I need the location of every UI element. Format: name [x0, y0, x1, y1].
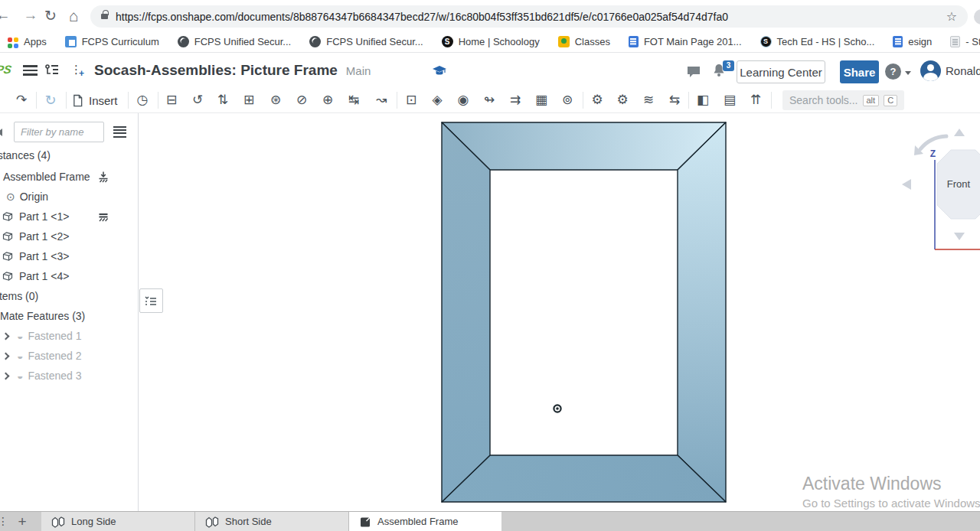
part-icon: [2, 210, 14, 223]
mate-features-section-header[interactable]: Mate Features (3): [0, 306, 139, 326]
items-section-header[interactable]: Items (0): [0, 286, 139, 306]
instances-section-header[interactable]: Instances (4): [0, 145, 139, 165]
expand-chevron-icon[interactable]: [2, 352, 10, 360]
tab-long-side[interactable]: Long Side: [41, 512, 195, 531]
tree-item-fastened-2[interactable]: ◒ Fastened 2: [0, 346, 139, 366]
expand-chevron-icon[interactable]: [2, 372, 10, 380]
url-input[interactable]: [116, 11, 940, 23]
tree-item-label: Fastened 1: [28, 330, 81, 342]
tree-item-part1-1[interactable]: Part 1 <1>: [0, 207, 139, 226]
gear-relation-icon[interactable]: ⚙: [588, 88, 606, 112]
tree-item-fastened-3[interactable]: ◒ Fastened 3: [0, 366, 139, 386]
bookmark-esign[interactable]: esign: [893, 36, 932, 47]
replicate-icon[interactable]: ↬: [480, 88, 498, 112]
update-icon[interactable]: ↻: [41, 88, 60, 112]
select-part-icon[interactable]: ◉: [454, 88, 472, 112]
tree-item-part1-2[interactable]: Part 1 <2>: [0, 226, 139, 246]
roll-view-arrow[interactable]: [920, 136, 946, 149]
panel-collapse-icon[interactable]: [0, 129, 2, 136]
browser-profile-icon[interactable]: [974, 9, 980, 24]
browser-forward-icon[interactable]: →: [21, 7, 40, 24]
part-icon: [2, 270, 14, 282]
assembly-origin-marker[interactable]: [554, 405, 560, 412]
panel-collapse-tab[interactable]: [139, 288, 163, 313]
tangent-mate-icon[interactable]: ↝: [372, 88, 390, 112]
search-tools[interactable]: Search tools... alt C: [782, 90, 904, 110]
bookmark-fcps-unified-1[interactable]: FCPS Unified Secur...: [178, 36, 291, 47]
3d-viewport[interactable]: Front Z: [139, 113, 980, 511]
divider: [397, 92, 397, 109]
workspace-name[interactable]: Main: [346, 64, 371, 77]
create-new-icon[interactable]: ⋮+: [70, 63, 83, 78]
ball-mate-icon[interactable]: ⊛: [266, 88, 285, 112]
frame-left-rail[interactable]: [442, 122, 490, 502]
frame-top-rail[interactable]: [442, 122, 726, 170]
tree-item-part1-3[interactable]: Part 1 <3>: [0, 246, 139, 266]
tree-item-label: Fastened 3: [28, 370, 81, 382]
address-bar[interactable]: ☆: [90, 5, 968, 28]
tab-assembled-frame[interactable]: Assembled Frame: [349, 512, 501, 531]
add-tab-button[interactable]: +: [6, 512, 38, 531]
rack-pinion-icon[interactable]: ⚙: [613, 88, 632, 112]
bookmark-fcps-curriculum[interactable]: FCPS Curriculum: [65, 36, 159, 47]
planar-mate-icon[interactable]: ⊞: [240, 88, 258, 112]
group-icon[interactable]: ⊡: [402, 88, 420, 112]
browser-back-icon[interactable]: ←: [0, 7, 12, 24]
tree-item-origin[interactable]: ⊙ Origin: [0, 187, 139, 207]
main-menu-icon[interactable]: [23, 65, 38, 76]
picture-frame-model[interactable]: [442, 122, 726, 502]
linear-pattern-icon[interactable]: ▦: [532, 88, 550, 112]
browser-home-icon[interactable]: ⌂: [64, 7, 83, 25]
expand-chevron-icon[interactable]: [2, 332, 10, 340]
rotate-down-arrow[interactable]: [954, 233, 965, 240]
bookmark-schoology-home[interactable]: S Home | Schoology: [442, 36, 540, 47]
help-dropdown-caret[interactable]: [905, 71, 911, 75]
circular-pattern-icon[interactable]: ⊚: [558, 88, 577, 112]
parallel-mate-icon[interactable]: ↹: [345, 88, 363, 112]
tree-item-fastened-1[interactable]: ◒ Fastened 1: [0, 326, 139, 346]
bookmark-star-icon[interactable]: ☆: [946, 9, 957, 24]
slider-mate-icon[interactable]: ⇅: [214, 88, 232, 112]
section-view-icon[interactable]: ◧: [694, 88, 712, 112]
rotate-up-arrow[interactable]: [954, 129, 965, 136]
learning-graduation-cap-icon[interactable]: [432, 65, 447, 77]
revolute-mate-icon[interactable]: ↺: [188, 88, 207, 112]
bookmark-classes[interactable]: Classes: [558, 36, 610, 47]
fastened-mate-icon[interactable]: ⊟: [162, 88, 181, 112]
share-button[interactable]: Share: [840, 60, 879, 83]
browser-reload-icon[interactable]: ↻: [41, 7, 60, 24]
bookmark-label: FCPS Unified Secur...: [194, 36, 291, 47]
bookmark-apps[interactable]: Apps: [8, 36, 47, 47]
redo-icon[interactable]: ↷: [12, 88, 31, 112]
cylindrical-mate-icon[interactable]: ⊘: [292, 88, 311, 112]
part-icon: [2, 250, 14, 262]
comments-icon[interactable]: [686, 65, 701, 79]
toggle-relation-icon[interactable]: ⇆: [665, 88, 684, 112]
pattern-icon[interactable]: ⇉: [506, 88, 524, 112]
tree-item-assembled-frame[interactable]: Assembled Frame: [0, 167, 139, 187]
mate-connector-icon[interactable]: ◈: [428, 88, 446, 112]
view-cube: Front Z: [902, 129, 980, 249]
frame-bottom-rail[interactable]: [442, 455, 726, 502]
list-view-icon[interactable]: [113, 126, 126, 138]
rotate-left-arrow[interactable]: [902, 179, 911, 190]
tab-short-side[interactable]: Short Side: [195, 512, 349, 531]
help-icon[interactable]: ?: [885, 64, 901, 80]
insert-button[interactable]: Insert: [72, 88, 118, 112]
pin-slot-mate-icon[interactable]: ⊕: [318, 88, 337, 112]
exploded-view-icon[interactable]: ⇈: [746, 88, 765, 112]
bookmark-fot-main-page[interactable]: FOT Main Page 201...: [629, 36, 742, 47]
belt-relation-icon[interactable]: ≋: [639, 88, 658, 112]
user-avatar[interactable]: [920, 60, 941, 81]
view-cube-front-label[interactable]: Front: [947, 178, 971, 190]
frame-right-rail[interactable]: [678, 122, 726, 502]
tree-item-part1-4[interactable]: Part 1 <4>: [0, 266, 139, 286]
bookmark-student-request[interactable]: - Student Request: [950, 36, 980, 47]
bookmark-tech-ed[interactable]: S Tech Ed - HS | Scho...: [760, 36, 875, 47]
bom-icon[interactable]: ▤: [720, 88, 739, 112]
filter-input[interactable]: [14, 122, 104, 142]
versions-icon[interactable]: [44, 63, 60, 77]
history-icon[interactable]: ◷: [133, 88, 152, 112]
learning-center-button[interactable]: Learning Center: [737, 60, 825, 83]
bookmark-fcps-unified-2[interactable]: FCPS Unified Secur...: [309, 36, 423, 47]
